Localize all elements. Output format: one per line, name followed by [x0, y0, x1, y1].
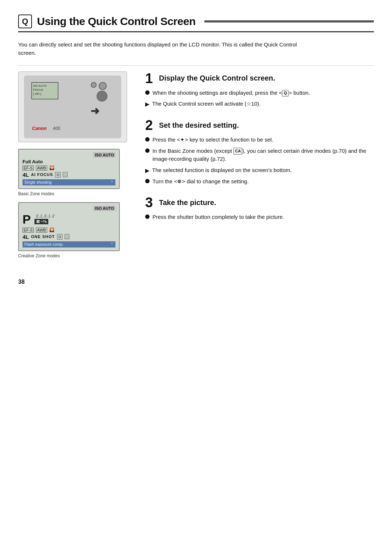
camera-body: ISO AUTO FOCUS [ 400 ] ➜ Canon 400	[24, 75, 121, 138]
step-2-bullet-4-text: Turn the <☸> dial to change the setting.	[152, 177, 249, 186]
lcd-basic-icons-row: EF-S AWB 🌄	[23, 165, 115, 171]
step-2-heading: Set the desired setting.	[159, 121, 239, 130]
section-divider	[18, 65, 374, 66]
step-2-bullet-4: Turn the <☸> dial to change the setting.	[145, 177, 374, 186]
lcd-creative-bottom-text: Flash exposure comp.	[24, 242, 64, 247]
lcd-creative-p: P	[23, 212, 31, 226]
bullet-circle-icon-4	[145, 179, 150, 183]
step-2-number: 2	[145, 118, 155, 132]
step-1-bullets: When the shooting settings are displayed…	[145, 89, 374, 109]
dial-symbol-icon: ☸	[177, 179, 182, 184]
lcd-creative-p-row: P ⁻2..1..0..1.:2 ⊠ −²⁄₃	[23, 212, 115, 226]
bullet-circle-icon-3	[145, 148, 150, 153]
step-1-bullet-1-text: When the shooting settings are displayed…	[152, 89, 310, 97]
lcd-basic-iso: ISO AUTO	[93, 152, 115, 158]
step-1-bullet-2-text: The Quick Control screen will activate (…	[152, 100, 261, 108]
lcd-basic-mode: Full Auto	[23, 159, 43, 164]
step-2-bullet-1: Press the <✦> key to select the function…	[145, 136, 374, 144]
main-content: ISO AUTO FOCUS [ 400 ] ➜ Canon 400 ISO A…	[18, 71, 374, 264]
q-key-icon: Q	[282, 90, 289, 97]
step-2-bullet-2: In the Basic Zone modes (except CA), you…	[145, 147, 374, 163]
lcd-creative-ec-row: ⊠ −²⁄₃	[34, 219, 115, 224]
lcd-basic-focus: AI FOCUS	[31, 172, 53, 177]
lcd-basic-meter: ⊙	[55, 172, 61, 177]
lcd-creative-bottom-bar: Flash exposure comp. ⌃	[23, 241, 115, 248]
step-2-heading-row: 2 Set the desired setting.	[145, 118, 374, 132]
title-bar-decoration	[204, 20, 374, 23]
step-3-number: 3	[145, 196, 155, 209]
lcd-basic-al-row: 4L AI FOCUS ⊙ □	[23, 172, 115, 178]
bullet-circle-icon-2	[145, 137, 150, 142]
page-title: Using the Quick Control Screen	[37, 15, 196, 28]
lcd-basic-flash-icon: 🌄	[49, 165, 54, 170]
step-2-bullet-3: ▶ The selected function is displayed on …	[145, 166, 374, 175]
ca-icon: CA	[233, 148, 242, 155]
lcd-basic-bottom-bar: Single shooting ⌃	[23, 179, 115, 185]
lcd-creative-iso-row: ISO AUTO	[23, 206, 115, 211]
right-column: 1 Display the Quick Control screen. When…	[145, 71, 374, 232]
step-1-bullet-1: When the shooting settings are displayed…	[145, 89, 374, 97]
lcd-creative-flash-icon: 🌄	[49, 228, 54, 232]
arrow-icon-2: ▶	[145, 167, 149, 175]
lcd-creative-iso: ISO AUTO	[93, 206, 115, 211]
lcd-basic-iso-row: ISO AUTO	[23, 152, 115, 158]
arrow-icon: ▶	[145, 101, 149, 108]
lcd-creative-drive: □	[65, 234, 69, 239]
step-1-bullet-2: ▶ The Quick Control screen will activate…	[145, 100, 374, 108]
intro-paragraph: You can directly select and set the shoo…	[18, 40, 309, 57]
lcd-basic-mode-row: Full Auto	[23, 159, 115, 164]
step-2-bullet-1-text: Press the <✦> key to select the function…	[152, 136, 273, 144]
step-1-section: 1 Display the Quick Control screen. When…	[145, 71, 374, 109]
lcd-creative-awb-icon: AWB	[36, 228, 47, 233]
step-3-bullet-1: Press the shutter button completely to t…	[145, 213, 374, 221]
step-2-bullet-3-text: The selected function is displayed on th…	[152, 166, 292, 175]
lcd-basic-drive: □	[63, 172, 68, 177]
camera-image: ISO AUTO FOCUS [ 400 ] ➜ Canon 400	[18, 71, 127, 142]
step-3-heading-row: 3 Take the picture.	[145, 196, 374, 209]
lcd-basic-label: Basic Zone modes	[18, 191, 134, 196]
bullet-circle-icon	[145, 90, 150, 95]
lcd-creative-label: Creative Zone modes	[18, 253, 134, 258]
lcd-creative-ef-icon: EF-S	[23, 228, 34, 233]
lcd-basic-screen: ISO AUTO Full Auto EF-S AWB 🌄 4L AI FOCU…	[18, 149, 120, 189]
step-3-bullets: Press the shutter button completely to t…	[145, 213, 374, 221]
step-1-number: 1	[145, 71, 155, 85]
lcd-creative-ec: ⊠ −²⁄₃	[34, 219, 48, 224]
page-title-bar: Q Using the Quick Control Screen	[18, 15, 374, 32]
step-3-section: 3 Take the picture. Press the shutter bu…	[145, 196, 374, 221]
lcd-creative-al: 4L	[23, 234, 29, 240]
lcd-basic-bottom-arrow: ⌃	[110, 180, 114, 185]
q-icon: Q	[18, 15, 32, 28]
step-3-bullet-1-text: Press the shutter button completely to t…	[152, 213, 284, 221]
lcd-creative-icons-row: EF-S AWB 🌄	[23, 228, 115, 233]
lcd-creative-focus: ONE SHOT	[31, 234, 55, 239]
camera-number: 400	[53, 126, 60, 131]
lcd-creative-screen: ISO AUTO P ⁻2..1..0..1.:2 ⊠ −²⁄₃ EF-S AW…	[18, 202, 120, 251]
lcd-creative-meter: ⊙	[57, 234, 62, 240]
lcd-basic-al: 4L	[23, 172, 29, 178]
canon-logo: Canon	[32, 126, 46, 131]
step-2-section: 2 Set the desired setting. Press the <✦>…	[145, 118, 374, 185]
camera-lcd-display: ISO AUTO FOCUS [ 400 ]	[31, 82, 58, 99]
step-1-heading: Display the Quick Control screen.	[159, 74, 275, 82]
lcd-creative-al-row: 4L ONE SHOT ⊙ □	[23, 234, 115, 240]
lcd-creative-bottom-arrow: ⌃	[110, 242, 114, 247]
camera-arrow: ➜	[90, 105, 99, 117]
step-2-bullets: Press the <✦> key to select the function…	[145, 136, 374, 185]
lcd-basic-bottom-text: Single shooting	[24, 180, 52, 185]
step-1-heading-row: 1 Display the Quick Control screen.	[145, 71, 374, 85]
bullet-circle-icon-5	[145, 214, 150, 219]
step-2-bullet-2-text: In the Basic Zone modes (except CA), you…	[152, 147, 374, 163]
left-column: ISO AUTO FOCUS [ 400 ] ➜ Canon 400 ISO A…	[18, 71, 134, 264]
page-number: 38	[18, 279, 374, 285]
lcd-basic-ef-icon: EF-S	[23, 165, 34, 171]
lcd-creative-exposure: ⁻2..1..0..1.:2	[34, 214, 115, 218]
lcd-creative-middle: ⁻2..1..0..1.:2 ⊠ −²⁄₃	[34, 214, 115, 224]
lcd-basic-awb-icon: AWB	[36, 165, 47, 171]
step-3-heading: Take the picture.	[159, 199, 216, 207]
